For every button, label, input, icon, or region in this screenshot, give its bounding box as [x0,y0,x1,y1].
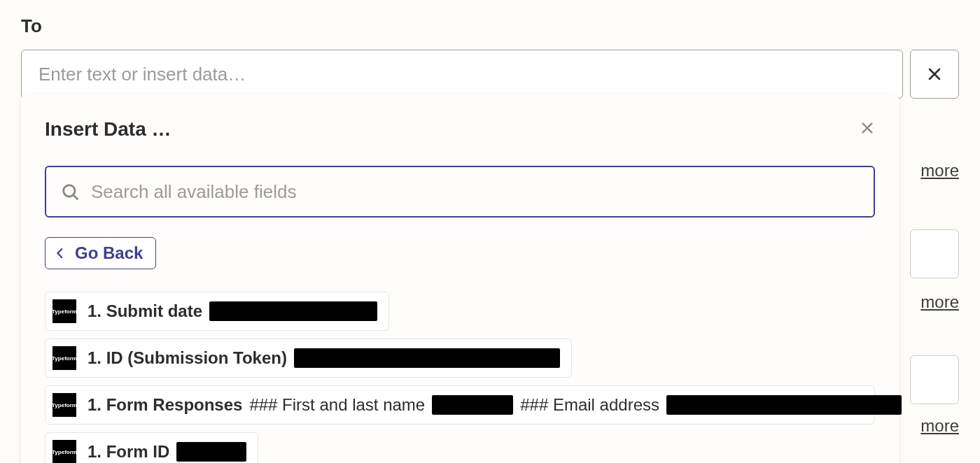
search-input[interactable] [91,181,860,203]
more-link[interactable]: more [920,292,959,312]
go-back-button[interactable]: Go Back [45,237,156,269]
field-item-form-responses[interactable]: Typeform 1. Form Responses ### First and… [45,385,875,425]
chevron-left-icon [54,247,66,259]
more-link[interactable]: more [920,416,959,436]
ghost-input [910,355,959,404]
search-icon [60,182,80,201]
search-field-wrapper[interactable] [45,166,875,218]
go-back-label: Go Back [75,243,143,263]
to-row [21,50,959,99]
redacted-value [666,395,902,415]
to-input[interactable] [21,50,903,99]
more-link[interactable]: more [920,161,959,180]
svg-line-1 [74,195,78,199]
redacted-value [294,348,560,368]
ghost-input [910,229,959,278]
typeform-icon: Typeform [52,299,76,323]
popover-close-button[interactable] [860,120,875,138]
typeform-icon: Typeform [52,440,76,463]
field-label-to: To [21,15,959,37]
popover-title: Insert Data … [45,118,172,141]
field-item-submit-date[interactable]: Typeform 1. Submit date [45,292,389,331]
close-icon [860,120,875,136]
field-item-label: 1. ID (Submission Token) [88,348,560,368]
field-item-label: 1. Form ID [88,442,246,462]
field-item-label: 1. Form Responses ### First and last nam… [88,395,902,415]
field-item-submission-token[interactable]: Typeform 1. ID (Submission Token) [45,339,572,378]
typeform-icon: Typeform [52,393,76,417]
insert-data-popover: Insert Data … Go Back Typeform 1. Submit… [21,94,899,463]
redacted-value [176,442,246,462]
field-item-form-id[interactable]: Typeform 1. Form ID [45,432,258,463]
close-icon [926,66,943,83]
field-list: Typeform 1. Submit date Typeform 1. ID (… [45,292,875,463]
redacted-value [432,395,513,415]
redacted-value [209,301,377,321]
typeform-icon: Typeform [52,346,76,370]
field-item-label: 1. Submit date [88,301,377,321]
clear-button[interactable] [910,50,959,99]
